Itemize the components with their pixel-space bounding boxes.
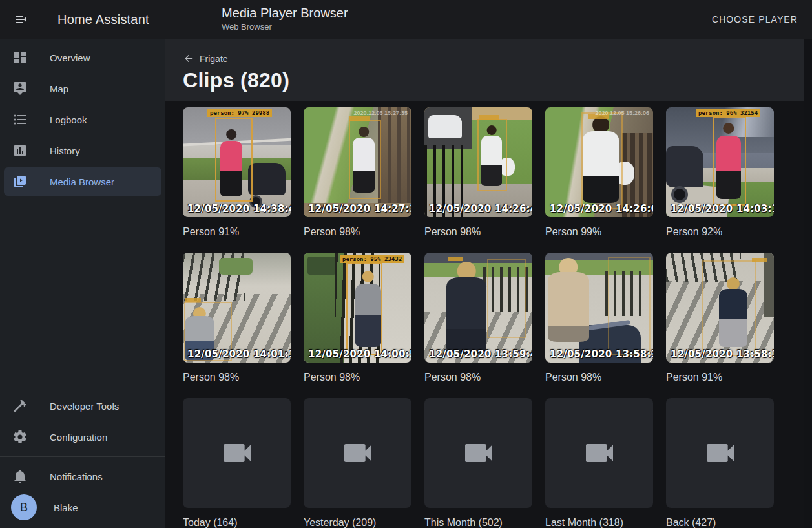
detection-bbox	[713, 116, 746, 206]
page-heading: Clips (820)	[183, 69, 795, 92]
sidebar-toggle-icon[interactable]	[13, 12, 28, 27]
video-icon	[219, 435, 255, 471]
sidebar-item-label: Developer Tools	[50, 401, 119, 412]
folder-card-last-month[interactable]: Last Month (318)	[545, 398, 653, 528]
clip-caption: Person 98%	[424, 226, 532, 238]
sidebar-item-configuration[interactable]: Configuration	[4, 423, 161, 451]
detection-tag	[185, 298, 201, 302]
top-app-bar: Home Assistant Media Player Browser Web …	[0, 0, 812, 39]
detection-bbox	[702, 260, 756, 356]
arrow-left-icon	[183, 53, 194, 64]
page-title: Media Player Browser	[222, 6, 348, 21]
clip-card[interactable]: 12/05/2020 13:58:30 Person 98%	[545, 253, 653, 384]
sidebar-item-user[interactable]: B Blake	[4, 493, 161, 522]
sidebar-nav: Overview Map Logbook History Media Brows…	[0, 39, 165, 198]
user-name: Blake	[54, 502, 78, 513]
folder-thumbnail	[304, 398, 411, 508]
sidebar-item-label: Notifications	[50, 471, 103, 482]
folder-caption: This Month (502)	[424, 516, 532, 528]
detection-bbox	[487, 259, 526, 338]
clip-card[interactable]: person: 95% 23432 12/05/2020 14:00:52 Pe…	[304, 253, 411, 384]
sidebar-item-developer-tools[interactable]: Developer Tools	[4, 392, 161, 420]
toy-shape	[219, 258, 253, 275]
sidebar-item-logbook[interactable]: Logbook	[4, 105, 161, 134]
breadcrumb-label: Frigate	[200, 54, 228, 64]
gear-icon	[12, 429, 28, 445]
clip-thumbnail: 12/05/2020 13:58:17	[666, 253, 774, 363]
clip-card[interactable]: person: 97% 29988 12/05/2020 14:38:47 Pe…	[183, 107, 291, 238]
sidebar-spacer	[0, 198, 165, 383]
scrollbar[interactable]	[804, 39, 812, 528]
sidebar-item-label: History	[50, 145, 80, 156]
folder-card-this-month[interactable]: This Month (502)	[424, 398, 532, 528]
detection-bbox	[477, 119, 507, 191]
breadcrumb-back[interactable]: Frigate	[183, 39, 228, 64]
folder-card-today[interactable]: Today (164)	[183, 398, 291, 528]
clip-thumbnail: 12/05/2020 13:59:49	[424, 253, 532, 363]
clip-timestamp: 12/05/2020 14:00:52	[308, 348, 411, 360]
clip-timestamp: 12/05/2020 13:58:30	[550, 348, 653, 360]
folder-thumbnail	[424, 398, 532, 508]
clip-card[interactable]: person: 96% 32154 12/05/2020 14:03:17 Pe…	[666, 107, 774, 238]
video-icon	[702, 435, 738, 471]
sidebar-item-notifications[interactable]: Notifications	[4, 462, 161, 491]
post-shape	[764, 253, 774, 317]
sidebar-item-overview[interactable]: Overview	[4, 43, 161, 72]
stroller-shape	[666, 146, 703, 187]
clip-card[interactable]: 12/05/2020 13:59:49 Person 98%	[424, 253, 532, 384]
sidebar-divider	[0, 386, 165, 386]
wheel-shape	[671, 186, 688, 203]
clip-card[interactable]: 12/05/2020 13:58:17 Person 91%	[666, 253, 774, 384]
hammer-icon	[12, 398, 28, 414]
video-icon	[581, 435, 618, 471]
clip-timestamp: 12/05/2020 14:01:14	[187, 348, 291, 360]
sidebar-divider	[0, 456, 165, 457]
person-shape	[548, 258, 589, 342]
clip-card[interactable]: 12/05/2020 14:01:14 Person 98%	[183, 253, 291, 384]
sidebar-item-map[interactable]: Map	[4, 74, 161, 103]
folder-caption: Yesterday (209)	[304, 516, 411, 528]
clip-caption: Person 91%	[183, 226, 291, 238]
media-browser-header: Frigate Clips (820)	[165, 39, 812, 101]
detection-bbox	[349, 120, 381, 199]
detection-tag	[448, 257, 463, 261]
avatar: B	[11, 494, 37, 520]
clip-timestamp: 12/05/2020 13:58:17	[671, 348, 774, 360]
stroller-shape	[248, 163, 286, 195]
clip-thumbnail: person: 97% 29988 12/05/2020 14:38:47	[183, 107, 291, 217]
camera-timestamp: 2020.12.05 15:26:06	[595, 110, 649, 116]
media-browser-icon	[12, 174, 28, 189]
sidebar-item-history[interactable]: History	[4, 136, 161, 165]
clip-timestamp: 12/05/2020 14:27:35	[308, 203, 411, 215]
sidebar-item-media-browser[interactable]: Media Browser	[4, 167, 161, 196]
folder-card-back[interactable]: Back (427)	[666, 398, 774, 528]
detection-bbox	[581, 112, 623, 209]
sidebar: Overview Map Logbook History Media Brows…	[0, 39, 165, 528]
camera-timestamp: 2020.12.05 15:27:35	[353, 110, 408, 116]
railing-shape	[378, 107, 411, 217]
clip-caption: Person 99%	[545, 226, 653, 238]
sidebar-bottom: Notifications B Blake	[0, 462, 165, 528]
clip-card[interactable]: 2020.12.05 15:26:06 12/05/2020 14:26:07 …	[545, 107, 653, 238]
detection-bbox	[346, 263, 382, 355]
clip-caption: Person 98%	[183, 371, 291, 384]
page-subtitle: Web Browser	[222, 22, 348, 32]
folder-card-yesterday[interactable]: Yesterday (209)	[304, 398, 411, 528]
choose-player-button[interactable]: CHOOSE PLAYER	[707, 0, 803, 39]
person-shape	[446, 262, 486, 354]
app-title: Home Assistant	[57, 12, 149, 27]
folder-thumbnail	[666, 398, 774, 508]
sidebar-item-label: Media Browser	[50, 176, 114, 187]
clip-card[interactable]: 12/05/2020 14:26:46 Person 98%	[424, 107, 532, 238]
sidebar-item-label: Configuration	[50, 432, 107, 443]
media-browser-panel: Frigate Clips (820) person: 97% 29988 12…	[165, 39, 812, 528]
folder-thumbnail	[183, 398, 291, 508]
chart-box-icon	[12, 143, 28, 158]
clip-thumbnail: person: 96% 32154 12/05/2020 14:03:17	[666, 107, 774, 217]
dashboard-icon	[12, 50, 28, 65]
detection-bbox	[608, 257, 651, 355]
folder-caption: Today (164)	[183, 516, 291, 528]
video-icon	[461, 435, 497, 471]
clip-card[interactable]: 2020.12.05 15:27:35 12/05/2020 14:27:35 …	[304, 107, 411, 238]
clip-thumbnail: 2020.12.05 15:27:35 12/05/2020 14:27:35	[304, 107, 411, 217]
